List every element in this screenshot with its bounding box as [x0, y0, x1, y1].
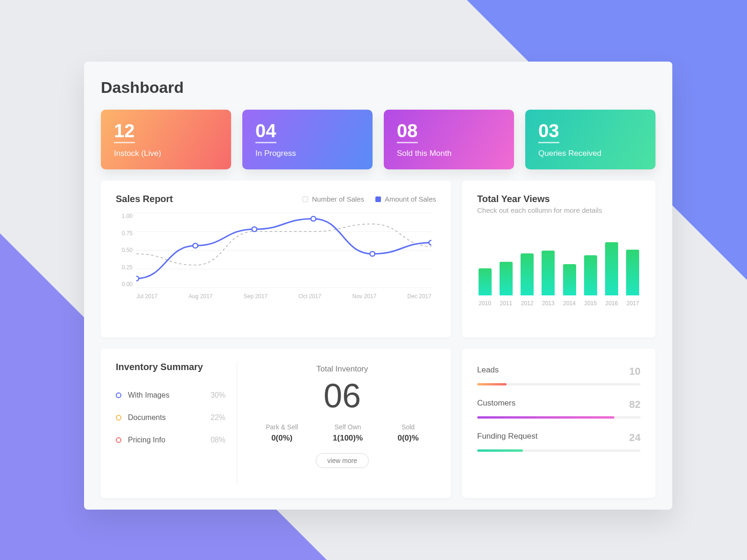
metric-value: 82	[629, 399, 641, 411]
bar-column[interactable]: 2011	[498, 262, 514, 307]
bar-label: 2015	[585, 300, 597, 307]
svg-point-3	[311, 217, 316, 221]
bar-column[interactable]: 2016	[604, 242, 620, 307]
breakdown-value: 1(100)%	[333, 434, 363, 443]
card-title: Sales Report	[116, 194, 173, 204]
inventory-item-label: Documents	[128, 413, 166, 422]
stat-value: 12	[114, 121, 135, 143]
metric-label: Leads	[477, 365, 499, 378]
metric-customers[interactable]: Customers82	[477, 399, 641, 419]
inventory-item[interactable]: Documents22%	[116, 413, 226, 422]
sales-report-card: Sales Report Number of Sales Amount of S…	[101, 181, 451, 337]
inventory-item-pct: 22%	[211, 413, 226, 422]
bar	[584, 255, 597, 295]
bar-label: 2013	[542, 300, 555, 307]
stat-card-sold[interactable]: 08 Sold this Month	[384, 110, 514, 169]
solid-box-icon	[375, 196, 381, 202]
bar	[563, 264, 576, 295]
bar	[605, 242, 618, 295]
metric-label: Funding Request	[477, 432, 537, 444]
svg-point-4	[370, 252, 375, 256]
bar-label: 2011	[500, 300, 513, 307]
bar	[479, 268, 492, 295]
bar	[626, 250, 639, 295]
sales-line-chart[interactable]: 1.00 0.75 0.50 0.25 0.00 Jul 2017Aug 201…	[116, 213, 436, 311]
inventory-summary-card: Inventory Summary With Images30%Document…	[101, 349, 451, 498]
breakdown-value: 0(0)%	[397, 434, 418, 443]
sales-legend: Number of Sales Amount of Sales	[303, 195, 436, 203]
metrics-card: Leads10 Customers82 Funding Request24	[462, 349, 655, 498]
metric-value: 10	[629, 365, 641, 378]
stat-card-queries[interactable]: 03 Queries Received	[525, 110, 655, 169]
bar-column[interactable]: 2013	[541, 251, 556, 307]
view-more-button[interactable]: view more	[316, 453, 369, 468]
metric-label: Customers	[477, 399, 515, 411]
bar	[521, 253, 534, 295]
svg-point-0	[136, 276, 139, 281]
breakdown-value: 0(0%)	[266, 434, 298, 443]
x-axis-ticks: Jul 2017Aug 2017Sep 2017Oct 2017Nov 2017…	[136, 293, 431, 300]
progress-bar	[477, 383, 641, 385]
bar-label: 2010	[479, 300, 491, 307]
legend-amount-of-sales[interactable]: Amount of Sales	[375, 195, 436, 203]
inventory-item-label: Pricing Info	[128, 436, 165, 444]
year-views-bar-chart[interactable]: 20102011201220132014201520162017	[477, 227, 641, 307]
bar-column[interactable]: 2017	[625, 250, 641, 307]
metric-funding-request[interactable]: Funding Request24	[477, 432, 641, 452]
stat-card-instock[interactable]: 12 Instock (Live)	[101, 110, 231, 169]
bar-column[interactable]: 2015	[583, 255, 598, 307]
legend-number-of-sales[interactable]: Number of Sales	[303, 195, 364, 203]
progress-bar	[477, 416, 641, 419]
total-year-views-card: Total Year Views Check out each collumn …	[462, 181, 655, 337]
bar-label: 2017	[627, 300, 639, 307]
metric-value: 24	[629, 432, 641, 444]
bar	[500, 262, 513, 295]
breakdown-label: Self Own	[333, 423, 363, 431]
stat-value: 08	[397, 121, 418, 143]
stat-label: Instock (Live)	[114, 149, 218, 158]
svg-point-5	[429, 240, 431, 245]
card-title: Total Year Views	[477, 194, 641, 204]
inventory-item[interactable]: With Images30%	[116, 391, 226, 399]
card-subtitle: Check out each collumn for more details	[477, 206, 641, 214]
stat-label: Queries Received	[538, 149, 642, 158]
breakdown-column: Self Own1(100)%	[333, 423, 363, 443]
bar-label: 2012	[521, 300, 534, 307]
circle-icon	[116, 437, 121, 443]
breakdown-column: Sold0(0)%	[397, 423, 418, 443]
breakdown-column: Park & Sell0(0%)	[266, 423, 298, 443]
bar	[542, 251, 555, 295]
stat-cards-row: 12 Instock (Live) 04 In Progress 08 Sold…	[101, 110, 655, 169]
stat-value: 04	[255, 121, 276, 143]
svg-point-2	[252, 227, 257, 231]
bar-label: 2016	[606, 300, 618, 307]
total-inventory-value: 06	[248, 377, 436, 415]
dashed-box-icon	[303, 196, 308, 202]
bar-label: 2014	[563, 300, 576, 307]
inventory-item-pct: 08%	[211, 436, 226, 444]
inventory-item[interactable]: Pricing Info08%	[116, 436, 226, 444]
bar-column[interactable]: 2014	[562, 264, 577, 307]
stat-card-in-progress[interactable]: 04 In Progress	[242, 110, 373, 169]
progress-bar	[477, 449, 641, 452]
page-title: Dashboard	[101, 78, 655, 97]
dashboard-panel: Dashboard 12 Instock (Live) 04 In Progre…	[84, 62, 672, 510]
bar-column[interactable]: 2012	[520, 253, 535, 307]
breakdown-label: Sold	[397, 423, 418, 431]
circle-icon	[116, 415, 121, 420]
stat-label: Sold this Month	[397, 149, 501, 158]
metric-leads[interactable]: Leads10	[477, 365, 641, 385]
bar-column[interactable]: 2010	[477, 268, 493, 307]
circle-icon	[116, 392, 121, 398]
total-inventory-label: Total Inventory	[248, 364, 436, 374]
stat-label: In Progress	[255, 149, 359, 158]
breakdown-label: Park & Sell	[266, 423, 298, 431]
y-axis-ticks: 1.00 0.75 0.50 0.25 0.00	[116, 213, 133, 287]
inventory-item-label: With Images	[128, 391, 169, 399]
stat-value: 03	[538, 121, 559, 143]
inventory-item-pct: 30%	[211, 391, 226, 399]
card-title: Inventory Summary	[116, 362, 226, 372]
svg-point-1	[193, 243, 198, 248]
